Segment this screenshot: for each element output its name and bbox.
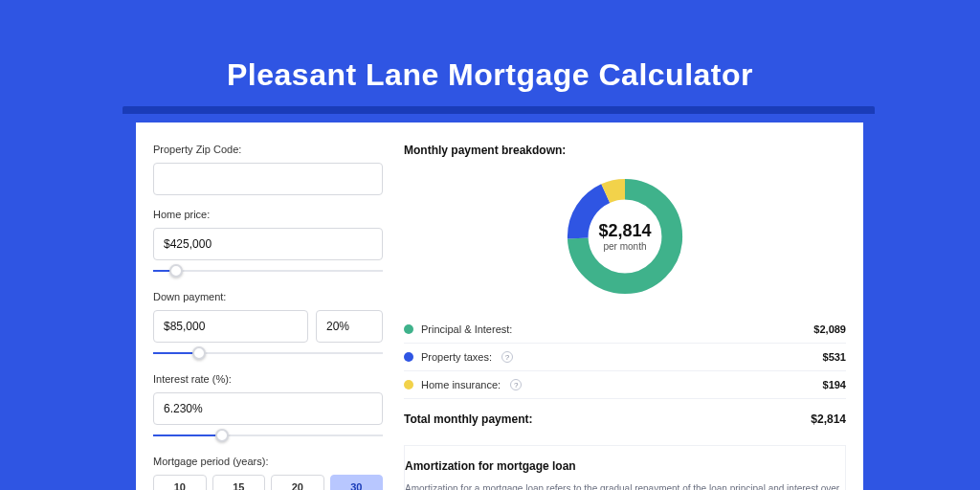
slider-thumb[interactable] [192, 346, 206, 360]
card-inner: Property Zip Code: Home price: Down paym… [136, 122, 863, 490]
home-price-slider[interactable] [153, 264, 383, 278]
donut-center: $2,814 per month [563, 174, 687, 299]
period-15-button[interactable]: 15 [212, 475, 266, 490]
interest-slider[interactable] [153, 429, 383, 442]
total-row: Total monthly payment: $2,814 [404, 403, 846, 437]
legend-label: Home insurance: [421, 379, 501, 390]
legend-left: Principal & Interest: [404, 323, 512, 335]
down-payment-field: Down payment: [153, 291, 383, 360]
slider-thumb[interactable] [215, 429, 229, 442]
donut-sub: per month [603, 241, 646, 252]
interest-label: Interest rate (%): [153, 373, 383, 385]
legend-label: Property taxes: [421, 351, 492, 363]
interest-input[interactable] [153, 392, 383, 425]
breakdown-title: Monthly payment breakdown: [404, 144, 846, 157]
legend-label: Principal & Interest: [421, 323, 512, 335]
period-label: Mortgage period (years): [153, 456, 383, 467]
total-label: Total monthly payment: [404, 412, 532, 426]
legend-row-taxes: Property taxes: ? $531 [404, 344, 846, 371]
slider-rail [153, 270, 383, 272]
period-row: 10 15 20 30 [153, 475, 383, 490]
down-payment-slider[interactable] [153, 346, 383, 360]
breakdown-column: Monthly payment breakdown: $2,814 per [404, 144, 846, 490]
card-shadow [122, 106, 875, 114]
amort-title: Amortization for mortgage loan [405, 459, 845, 473]
zip-label: Property Zip Code: [153, 144, 383, 155]
home-price-field: Home price: [153, 209, 383, 278]
dot-icon [404, 352, 413, 362]
legend-value: $2,089 [813, 323, 846, 335]
interest-field: Interest rate (%): [153, 373, 383, 442]
dot-icon [404, 324, 413, 334]
stage: Pleasant Lane Mortgage Calculator Proper… [0, 0, 980, 490]
slider-thumb[interactable] [169, 264, 183, 278]
legend-row-principal: Principal & Interest: $2,089 [404, 316, 846, 344]
donut-wrap: $2,814 per month [404, 167, 846, 316]
down-payment-row [153, 310, 383, 343]
legend-left: Home insurance: ? [404, 379, 522, 390]
donut-amount: $2,814 [598, 221, 651, 241]
down-payment-pct-input[interactable] [316, 310, 383, 343]
legend-value: $531 [823, 351, 846, 363]
page-title: Pleasant Lane Mortgage Calculator [0, 0, 980, 93]
dot-icon [404, 380, 413, 390]
down-payment-label: Down payment: [153, 291, 383, 302]
total-value: $2,814 [811, 412, 846, 426]
inputs-column: Property Zip Code: Home price: Down paym… [153, 144, 383, 490]
amortization-section: Amortization for mortgage loan Amortizat… [404, 445, 846, 490]
down-payment-input[interactable] [153, 310, 308, 343]
period-20-button[interactable]: 20 [271, 475, 324, 490]
info-icon[interactable]: ? [501, 351, 513, 363]
legend-row-insurance: Home insurance: ? $194 [404, 371, 846, 399]
zip-input[interactable] [153, 163, 383, 195]
slider-fill [153, 434, 222, 436]
period-field: Mortgage period (years): 10 15 20 30 [153, 456, 383, 490]
home-price-input[interactable] [153, 228, 383, 260]
amort-text: Amortization for a mortgage loan refers … [405, 482, 845, 490]
home-price-label: Home price: [153, 209, 383, 220]
zip-field: Property Zip Code: [153, 144, 383, 195]
calculator-card: Property Zip Code: Home price: Down paym… [136, 122, 863, 490]
period-10-button[interactable]: 10 [153, 475, 207, 490]
legend-value: $194 [823, 379, 846, 390]
period-30-button[interactable]: 30 [330, 475, 384, 490]
info-icon[interactable]: ? [510, 379, 522, 390]
donut-chart: $2,814 per month [563, 174, 687, 299]
legend-left: Property taxes: ? [404, 351, 513, 363]
